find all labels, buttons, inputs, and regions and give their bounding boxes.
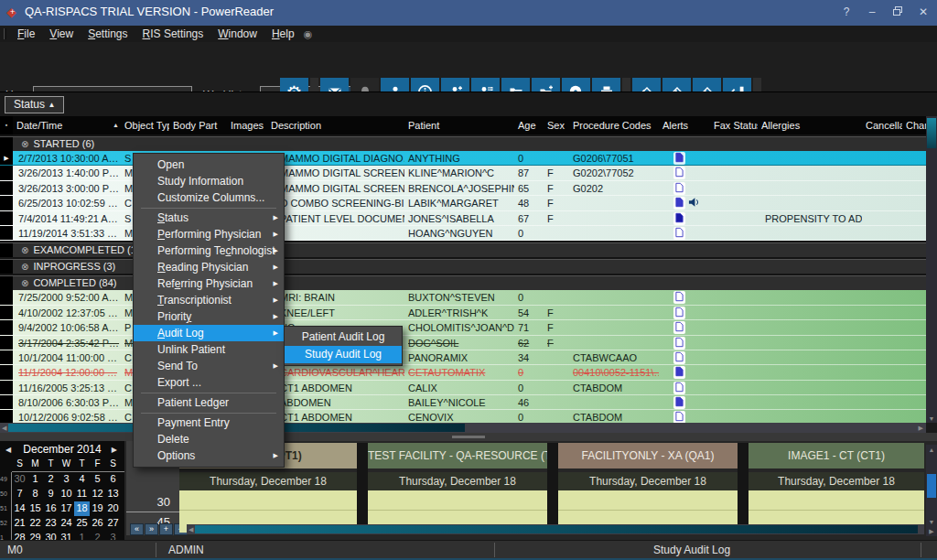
column-header-patient[interactable]: Patient — [404, 116, 514, 135]
scroll-right-icon[interactable]: ▶ — [919, 423, 923, 433]
schedule-slot[interactable] — [179, 490, 357, 511]
calendar-day[interactable]: 3 — [105, 531, 121, 540]
calendar-day-selected[interactable]: 18 — [74, 501, 90, 516]
calendar-day[interactable]: 30 — [43, 531, 59, 540]
context-menu-item-unlink-patient[interactable]: Unlink Patient — [134, 341, 284, 358]
scroll-left-icon[interactable]: ◀ — [188, 524, 193, 534]
calendar-day[interactable]: 4 — [74, 472, 90, 487]
context-menu-item-audit-log[interactable]: Audit Log▶ — [134, 325, 284, 341]
calendar-day[interactable]: 27 — [105, 516, 121, 531]
column-header-images[interactable]: Images — [227, 116, 267, 135]
calendar-day[interactable]: 1 — [74, 531, 90, 540]
column-header-allergies[interactable]: Allergies — [758, 116, 862, 135]
context-menu-item-options[interactable]: Options▶ — [134, 447, 284, 464]
context-menu-item-send-to[interactable]: Send To▶ — [134, 358, 284, 374]
column-header-cancellation[interactable]: Cancellation — [862, 116, 902, 135]
calendar-day[interactable]: 2 — [43, 472, 59, 487]
calendar-day[interactable]: 3 — [59, 472, 74, 487]
calendar-day[interactable]: 23 — [43, 516, 59, 531]
calendar-day[interactable]: 11 — [74, 487, 90, 501]
calendar-day[interactable]: 31 — [59, 531, 74, 540]
scroll-up-icon[interactable]: ▲ — [926, 447, 937, 453]
column-header-body-part[interactable]: Body Part — [169, 116, 227, 135]
calendar-day[interactable]: 12 — [90, 487, 105, 501]
calendar-day[interactable]: 28 — [12, 531, 27, 540]
column-header-alerts[interactable]: Alerts — [659, 116, 710, 135]
calendar-day[interactable]: 13 — [105, 487, 121, 501]
calendar-day[interactable]: 14 — [12, 501, 27, 516]
calendar-day[interactable]: 21 — [12, 516, 27, 531]
schedule-slot[interactable] — [558, 490, 738, 511]
context-menu-item-performing-physician[interactable]: Performing Physician▶ — [134, 226, 284, 242]
submenu-item-patient-audit-log[interactable]: Patient Audit Log — [285, 328, 402, 346]
context-menu-item-priority[interactable]: Priority▶ — [134, 308, 284, 325]
submenu-item-study-audit-log[interactable]: Study Audit Log — [285, 346, 402, 363]
calendar-day[interactable]: 26 — [90, 516, 105, 531]
calendar-day[interactable]: 25 — [74, 516, 90, 531]
help-window-button[interactable]: ? — [836, 4, 856, 20]
calendar-day[interactable]: 22 — [27, 516, 43, 531]
column-header-charge[interactable]: Charge — [902, 116, 926, 135]
column-header-sex[interactable]: Sex — [544, 116, 569, 135]
scroll-down-icon[interactable]: ▼ — [926, 415, 937, 422]
calendar-day[interactable]: 30 — [12, 472, 27, 487]
scheduler-horizontal-scrollbar[interactable]: ◀ — [187, 524, 924, 534]
context-menu-item-open[interactable]: Open — [134, 156, 284, 173]
calendar-day[interactable]: 16 — [43, 501, 59, 516]
calendar-day[interactable]: 8 — [27, 487, 43, 501]
scroll-right-icon[interactable]: ▶ — [926, 528, 937, 535]
calendar-day[interactable]: 15 — [27, 501, 43, 516]
table-vertical-scrollbar[interactable]: ▼ — [926, 116, 937, 423]
menu-item-file[interactable]: File — [10, 27, 42, 40]
context-menu-item-performing-technologist[interactable]: Performing Technologist▶ — [134, 242, 284, 259]
calendar-prev-icon[interactable]: ◀ — [5, 441, 11, 458]
menu-item-window[interactable]: Window — [210, 27, 264, 40]
scroll-down-icon[interactable]: ▼ — [926, 519, 937, 525]
context-menu-item-export-[interactable]: Export ... — [134, 374, 284, 391]
scheduler-first-icon[interactable]: « — [130, 523, 144, 535]
context-menu-item-transcriptionist[interactable]: Transcriptionist▶ — [134, 292, 284, 308]
menu-item-settings[interactable]: Settings — [81, 27, 135, 40]
splitter-grip[interactable] — [452, 436, 485, 438]
scroll-left-icon[interactable]: ◀ — [2, 423, 6, 433]
minimize-button[interactable]: – — [862, 4, 882, 20]
collapse-group-icon[interactable]: ⊗ — [21, 243, 28, 257]
collapse-group-icon[interactable]: ⊗ — [21, 276, 28, 290]
column-header-object-type[interactable]: Object Type — [121, 116, 169, 135]
context-menu-item-reading-physician[interactable]: Reading Physician▶ — [134, 259, 284, 275]
context-menu-item-referring-physician[interactable]: Referring Physician▶ — [134, 275, 284, 292]
menu-item-ris-settings[interactable]: RIS Settings — [135, 27, 211, 40]
calendar-day[interactable]: 1 — [27, 472, 43, 487]
schedule-slot[interactable] — [749, 490, 924, 511]
context-menu-item-payment-entry[interactable]: Payment Entry — [134, 415, 284, 431]
calendar-day[interactable]: 20 — [105, 501, 121, 516]
group-header-started[interactable]: ⊗STARTED (6) — [0, 136, 926, 151]
context-menu-item-customize-columns-[interactable]: Customize Columns... — [134, 189, 284, 206]
column-header-description[interactable]: Description — [267, 116, 404, 135]
calendar-day[interactable]: 17 — [59, 501, 74, 516]
close-window-button[interactable]: ✕ — [913, 4, 933, 20]
calendar-day[interactable]: 24 — [59, 516, 74, 531]
schedule-slot[interactable] — [368, 490, 547, 511]
calendar-next-icon[interactable]: ▶ — [112, 441, 117, 458]
calendar-day[interactable]: 9 — [43, 487, 59, 501]
calendar-day[interactable]: 19 — [90, 501, 105, 516]
scheduler-last-icon[interactable]: » — [145, 523, 158, 535]
calendar-day[interactable]: 6 — [105, 472, 121, 487]
context-menu-item-study-information[interactable]: Study Information — [134, 173, 284, 189]
column-header-procedure-codes[interactable]: Procedure Codes — [569, 116, 659, 135]
collapse-group-icon[interactable]: ⊗ — [21, 260, 28, 274]
calendar-day[interactable]: 2 — [90, 531, 105, 540]
scheduler-vertical-scrollbar[interactable]: ▲ ▼ ▶ — [926, 445, 937, 536]
menu-item-help[interactable]: Help — [264, 27, 302, 40]
column-header-fax-status[interactable]: Fax Status — [710, 116, 758, 135]
calendar-day[interactable]: 29 — [27, 531, 43, 540]
calendar-day[interactable]: 7 — [12, 487, 27, 501]
context-menu-item-delete[interactable]: Delete — [134, 431, 284, 447]
column-header-date-time[interactable]: Date/Time▲ — [13, 116, 121, 135]
zoom-in-icon[interactable]: + — [159, 523, 173, 535]
group-by-status-chip[interactable]: Status ▲ — [5, 96, 64, 113]
restore-button[interactable] — [888, 4, 908, 20]
context-menu-item-patient-ledger[interactable]: Patient Ledger — [134, 394, 284, 411]
context-menu-item-status[interactable]: Status▶ — [134, 210, 284, 226]
